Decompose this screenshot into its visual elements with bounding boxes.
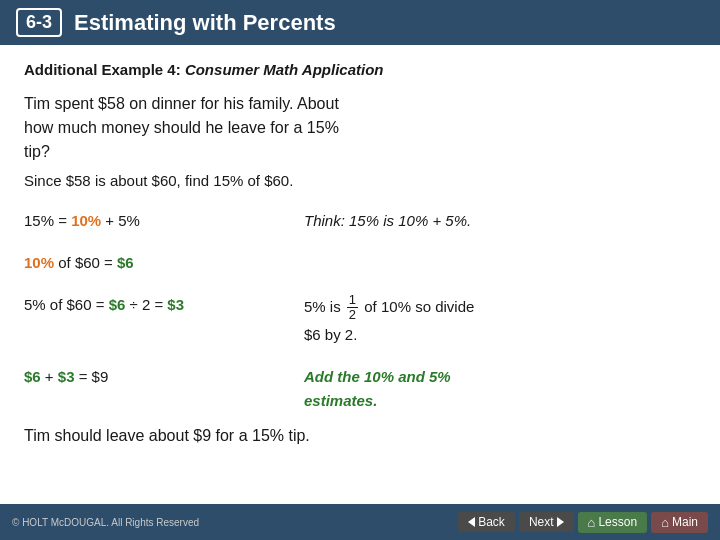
fraction-half: 1 2 <box>347 293 358 323</box>
header: 6-3 Estimating with Percents <box>0 0 720 45</box>
row1-orange1: 10% <box>71 212 101 229</box>
row3-green1: $6 <box>109 296 126 313</box>
example-heading-italic: Consumer Math Application <box>185 61 384 78</box>
row3-right-line1: of 10% so divide <box>364 298 474 315</box>
fraction-numerator: 1 <box>347 293 358 308</box>
page-title: Estimating with Percents <box>74 10 336 36</box>
row3-right: 5% is 1 2 of 10% so divide $6 by 2. <box>304 289 696 351</box>
row1-left: 15% = 10% + 5% <box>24 205 304 237</box>
row2-green: $6 <box>117 254 134 271</box>
row1-right: Think: 15% is 10% + 5%. <box>304 205 696 237</box>
row3-left: 5% of $60 = $6 ÷ 2 = $3 <box>24 289 304 351</box>
content-area: Additional Example 4: Consumer Math Appl… <box>0 45 720 461</box>
problem-line1: Tim spent $58 on dinner for his family. … <box>24 95 339 112</box>
row3-right-line2: $6 by 2. <box>304 326 357 343</box>
next-label: Next <box>529 515 554 529</box>
lesson-icon: ⌂ <box>588 515 596 530</box>
main-icon: ⌂ <box>661 515 669 530</box>
footer-nav: Back Next ⌂ Lesson ⌂ Main <box>458 512 708 533</box>
problem-line3: tip? <box>24 143 50 160</box>
row4-italic1: Add the 10% and 5% <box>304 368 451 385</box>
fraction-denominator: 2 <box>347 308 358 322</box>
footer: © HOLT McDOUGAL. All Rights Reserved Bac… <box>0 504 720 540</box>
lesson-label: Lesson <box>598 515 637 529</box>
main-button[interactable]: ⌂ Main <box>651 512 708 533</box>
problem-line2: how much money should he leave for a 15% <box>24 119 339 136</box>
next-button[interactable]: Next <box>519 512 574 532</box>
row2-right <box>304 247 696 279</box>
back-button[interactable]: Back <box>458 512 515 532</box>
since-text: Since $58 is about $60, find 15% of $60. <box>24 172 696 189</box>
lesson-badge: 6-3 <box>16 8 62 37</box>
example-heading: Additional Example 4: Consumer Math Appl… <box>24 61 696 78</box>
example-heading-static: Additional Example 4: <box>24 61 181 78</box>
work-area: 15% = 10% + 5% Think: 15% is 10% + 5%. 1… <box>24 205 696 417</box>
main-label: Main <box>672 515 698 529</box>
next-arrow-icon <box>557 517 564 527</box>
row3-right-prefix: 5% is <box>304 298 345 315</box>
row4-right: Add the 10% and 5% estimates. <box>304 361 696 417</box>
problem-text: Tim spent $58 on dinner for his family. … <box>24 92 696 164</box>
row3-green2: $3 <box>167 296 184 313</box>
row4-left: $6 + $3 = $9 <box>24 361 304 417</box>
back-label: Back <box>478 515 505 529</box>
copyright-text: © HOLT McDOUGAL. All Rights Reserved <box>12 517 199 528</box>
row2-left: 10% of $60 = $6 <box>24 247 304 279</box>
row4-italic2: estimates. <box>304 392 377 409</box>
lesson-button[interactable]: ⌂ Lesson <box>578 512 648 533</box>
conclusion-text: Tim should leave about $9 for a 15% tip. <box>24 427 696 445</box>
row4-green1: $6 <box>24 368 41 385</box>
row2-orange: 10% <box>24 254 54 271</box>
row4-green2: $3 <box>58 368 75 385</box>
back-arrow-icon <box>468 517 475 527</box>
